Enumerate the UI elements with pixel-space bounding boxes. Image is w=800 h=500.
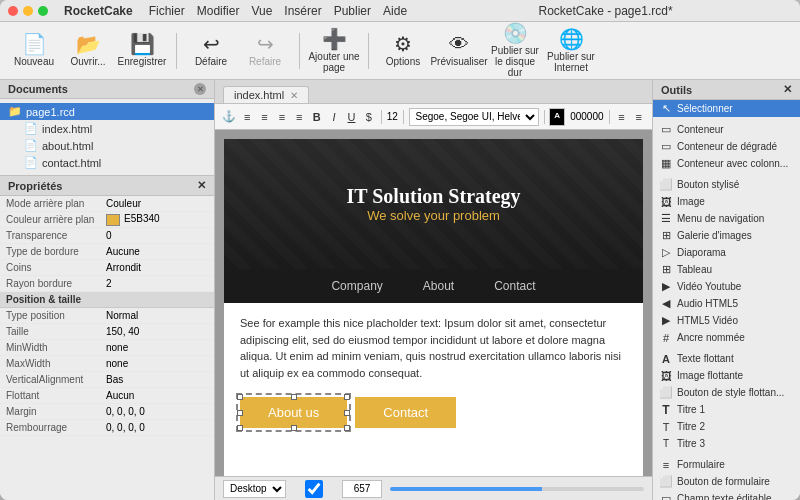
tool-titre1-label: Titre 1 <box>677 404 705 415</box>
tool-html5video-label: HTML5 Vidéo <box>677 315 738 326</box>
maximize-button[interactable] <box>38 6 48 16</box>
prop-val-margin: 0, 0, 0, 0 <box>106 406 208 417</box>
fmt-bold[interactable]: B <box>310 108 324 126</box>
refaire-button[interactable]: ↪ Refaire <box>239 27 291 75</box>
tab-close-icon[interactable]: ✕ <box>290 90 298 101</box>
file-item-about[interactable]: 📄 about.html <box>0 137 214 154</box>
ouvrir-button[interactable]: 📂 Ouvrir... <box>62 27 114 75</box>
tool-titre3[interactable]: T Titre 3 <box>653 435 800 452</box>
fmt-dollar[interactable]: $ <box>362 108 376 126</box>
nouveau-button[interactable]: 📄 Nouveau <box>8 27 60 75</box>
menu-aide[interactable]: Aide <box>383 4 407 18</box>
file-name-index: index.html <box>42 123 92 135</box>
tool-champ-texte[interactable]: ▭ Champ texte éditable <box>653 490 800 500</box>
color-swatch[interactable] <box>106 214 120 226</box>
about-us-button[interactable]: About us <box>240 397 347 428</box>
tool-youtube[interactable]: ▶ Vidéo Youtube <box>653 278 800 295</box>
fmt-list1[interactable]: ≡ <box>614 108 628 126</box>
fmt-align-center[interactable]: ≡ <box>257 108 271 126</box>
documents-close[interactable]: ✕ <box>194 83 206 95</box>
nouveau-label: Nouveau <box>14 56 54 67</box>
previsualiser-button[interactable]: 👁 Prévisualiser <box>433 27 485 75</box>
publier-disque-button[interactable]: 💿 Publier sur le disque dur <box>489 27 541 75</box>
prop-rembourrage: Rembourrage 0, 0, 0, 0 <box>0 420 214 436</box>
close-button[interactable] <box>8 6 18 16</box>
preview-body-text: See for example this nice placholder tex… <box>240 315 627 381</box>
menu-modifier[interactable]: Modifier <box>197 4 240 18</box>
conteneur-icon: ▭ <box>659 123 673 136</box>
fmt-align-left[interactable]: ≡ <box>240 108 254 126</box>
tool-titre1[interactable]: T Titre 1 <box>653 401 800 418</box>
hero-subtitle-prefix: We solve your <box>367 208 453 223</box>
prop-color-bg: Couleur arrière plan E5B340 <box>0 212 214 228</box>
file-item-page1[interactable]: 📁 page1.rcd <box>0 103 214 120</box>
canvas-scroll[interactable]: IT Solution Strategy We solve your probl… <box>215 130 652 476</box>
defaire-button[interactable]: ↩ Défaire <box>185 27 237 75</box>
fmt-align-justify[interactable]: ≡ <box>292 108 306 126</box>
tool-ancre-label: Ancre nommée <box>677 332 745 343</box>
menu-publier[interactable]: Publier <box>334 4 371 18</box>
tool-image[interactable]: 🖼 Image <box>653 193 800 210</box>
viewport-checkbox[interactable] <box>294 480 334 498</box>
tool-formulaire[interactable]: ≡ Formulaire <box>653 456 800 473</box>
tool-ancre[interactable]: # Ancre nommée <box>653 329 800 346</box>
contact-button[interactable]: Contact <box>355 397 456 428</box>
width-slider[interactable] <box>390 487 644 491</box>
tool-titre2[interactable]: T Titre 2 <box>653 418 800 435</box>
options-button[interactable]: ⚙ Options <box>377 27 429 75</box>
menu-vue[interactable]: Vue <box>251 4 272 18</box>
publier-internet-button[interactable]: 🌐 Publier sur Internet <box>545 27 597 75</box>
tool-diaporama[interactable]: ▷ Diaporama <box>653 244 800 261</box>
ajouter-button[interactable]: ➕ Ajouter une page <box>308 27 360 75</box>
tool-html5video[interactable]: ▶ HTML5 Vidéo <box>653 312 800 329</box>
file-item-contact[interactable]: 📄 contact.html <box>0 154 214 171</box>
width-input[interactable] <box>342 480 382 498</box>
nav-about[interactable]: About <box>423 279 454 293</box>
fmt-align-right[interactable]: ≡ <box>275 108 289 126</box>
tool-colonne[interactable]: ▦ Conteneur avec colonn... <box>653 155 800 172</box>
nav-contact[interactable]: Contact <box>494 279 535 293</box>
tool-menu-nav[interactable]: ☰ Menu de navigation <box>653 210 800 227</box>
enregistrer-button[interactable]: 💾 Enregistrer <box>116 27 168 75</box>
traffic-lights <box>8 6 48 16</box>
canvas-tab-index[interactable]: index.html ✕ <box>223 86 309 103</box>
tool-texte-flottant[interactable]: A Texte flottant <box>653 350 800 367</box>
tool-tableau[interactable]: ⊞ Tableau <box>653 261 800 278</box>
file-item-index[interactable]: 📄 index.html <box>0 120 214 137</box>
menu-fichier[interactable]: Fichier <box>149 4 185 18</box>
fmt-underline[interactable]: U <box>344 108 358 126</box>
tool-audio[interactable]: ◀ Audio HTML5 <box>653 295 800 312</box>
tool-bouton-style[interactable]: ⬜ Bouton stylisé <box>653 176 800 193</box>
prop-val-maxwidth: none <box>106 358 208 369</box>
nav-company[interactable]: Company <box>331 279 382 293</box>
viewport-select[interactable]: Desktop <box>223 480 286 498</box>
prop-label-valign: VerticalAlignment <box>6 374 106 385</box>
tool-bouton-form[interactable]: ⬜ Bouton de formulaire <box>653 473 800 490</box>
fmt-anchor-btn[interactable]: ⚓ <box>221 108 237 126</box>
tool-degrade[interactable]: ▭ Conteneur de dégradé <box>653 138 800 155</box>
window-title: RocketCake - page1.rcd* <box>419 4 792 18</box>
youtube-icon: ▶ <box>659 280 673 293</box>
prop-val-valign: Bas <box>106 374 208 385</box>
tool-titre2-label: Titre 2 <box>677 421 705 432</box>
toolbar-group-history: ↩ Défaire ↪ Refaire <box>185 27 291 75</box>
fmt-font-select[interactable]: Segoe, Segoe UI, Helvetica Ne... <box>409 108 539 126</box>
tools-close[interactable]: ✕ <box>783 83 792 96</box>
fmt-color-btn[interactable]: A <box>549 108 565 126</box>
prop-val-color-bg: E5B340 <box>106 213 208 225</box>
minimize-button[interactable] <box>23 6 33 16</box>
previsualiser-icon: 👁 <box>449 34 469 54</box>
tool-select[interactable]: ↖ Sélectionner <box>653 100 800 117</box>
ajouter-label: Ajouter une page <box>308 51 360 73</box>
tool-galerie-label: Galerie d'images <box>677 230 752 241</box>
fmt-italic[interactable]: I <box>327 108 341 126</box>
tool-galerie[interactable]: ⊞ Galerie d'images <box>653 227 800 244</box>
prop-val-taille: 150, 40 <box>106 326 208 337</box>
properties-close[interactable]: ✕ <box>197 179 206 192</box>
tool-image-label: Image <box>677 196 705 207</box>
menu-inserer[interactable]: Insérer <box>284 4 321 18</box>
tool-image-flottante[interactable]: 🖼 Image flottante <box>653 367 800 384</box>
fmt-list2[interactable]: ≡ <box>632 108 646 126</box>
tool-bouton-style2[interactable]: ⬜ Bouton de style flottan... <box>653 384 800 401</box>
tool-conteneur[interactable]: ▭ Conteneur <box>653 121 800 138</box>
